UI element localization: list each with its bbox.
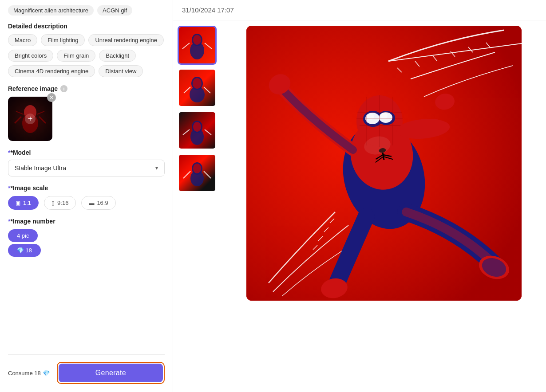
model-select-value: Stable Image Ultra [15,165,66,172]
pic-count-label: 4 pic [17,232,29,239]
generate-button-wrapper: Generate [57,362,165,384]
svg-line-24 [183,171,190,178]
chevron-down-icon: ▾ [155,165,158,171]
timestamp-text: 31/10/2024 17:07 [182,6,234,14]
scale-option-16-9[interactable]: ▬ 16:9 [81,196,115,210]
content-area [173,20,546,392]
reference-image-section: Reference image i + ✕ [8,85,165,141]
remove-reference-button[interactable]: ✕ [47,93,56,102]
detail-tag-backlight[interactable]: Backlight [99,50,136,62]
detail-tags-container: Macro Film lighting Unreal rendering eng… [8,34,165,77]
image-scale-section: **Image scale ▣ 1:1 ▯ 9:16 ▬ 16:9 [8,184,165,210]
generate-button[interactable]: Generate [59,364,163,382]
svg-line-20 [205,129,211,135]
svg-line-14 [184,87,190,93]
timestamp-bar: 31/10/2024 17:07 [173,0,546,20]
reference-image-box: + [8,97,52,141]
info-icon[interactable]: i [60,85,67,92]
detail-tag-distant-view[interactable]: Distant view [99,65,143,77]
detail-tag-bright-colors[interactable]: Bright colors [8,50,53,62]
svg-line-10 [205,43,212,49]
svg-point-23 [193,164,201,173]
scale-option-9-16[interactable]: ▯ 9:16 [44,196,76,210]
pic-options-container: 4 pic 💎 18 [8,229,165,257]
top-tags-container: Magnificent alien architecture ACGN gif [8,5,165,16]
model-section: **Model Stable Image Ultra ▾ [8,149,165,176]
reference-image-label: Reference image i [8,85,165,92]
svg-line-2 [15,117,21,123]
bottom-bar: Consume 18 💎 Generate [8,354,165,384]
detail-tag-cinema4d[interactable]: Cinema 4D rendering engine [8,65,95,77]
svg-line-9 [182,43,190,49]
scale-options-container: ▣ 1:1 ▯ 9:16 ▬ 16:9 [8,196,165,210]
consume-text: Consume 18 💎 [8,370,50,376]
thumb-spider-1 [182,27,213,63]
left-panel: Magnificent alien architecture ACGN gif … [0,0,173,392]
main-image-container[interactable] [246,26,522,301]
landscape-icon: ▬ [89,200,94,206]
portrait-icon: ▯ [51,200,55,206]
pic-credits-label: 💎 18 [17,247,32,254]
add-reference-icon: + [25,114,36,124]
svg-line-3 [39,117,46,123]
top-tag-1[interactable]: Magnificent alien architecture [8,5,94,16]
main-image-area [222,20,546,392]
reference-image-thumb[interactable]: + ✕ [8,97,52,141]
scale-label-1-1: 1:1 [23,200,31,206]
svg-point-52 [380,113,388,119]
consume-label: Consume 18 [8,370,41,376]
svg-line-15 [204,87,210,93]
consume-diamond-icon: 💎 [43,370,50,376]
image-scale-label: **Image scale [8,184,165,192]
scale-option-1-1[interactable]: ▣ 1:1 [8,196,39,210]
pic-option-4[interactable]: 4 pic [8,229,38,242]
detailed-description-label: Detailed description [8,23,165,30]
detail-tag-film-lighting[interactable]: Film lighting [41,34,85,46]
svg-line-19 [183,129,190,135]
image-number-label: **Image number [8,218,165,225]
image-number-section: **Image number 4 pic 💎 18 [8,218,165,257]
svg-line-25 [204,171,211,178]
square-icon: ▣ [16,200,20,206]
thumbnail-1[interactable] [178,26,217,65]
svg-line-4 [16,111,24,114]
scale-label-9-16: 9:16 [57,200,68,206]
svg-point-13 [193,78,202,89]
svg-point-8 [193,35,201,45]
thumb-spider-3 [182,113,213,148]
pic-option-credits[interactable]: 💎 18 [8,244,41,257]
thumbnail-4[interactable] [178,153,217,192]
thumbnail-3[interactable] [178,111,217,150]
detail-tag-macro[interactable]: Macro [8,34,37,46]
thumbnail-2[interactable] [178,68,217,107]
detail-tag-unreal[interactable]: Unreal rendering engine [88,34,163,46]
main-spiderman-svg [246,26,522,301]
svg-point-12 [190,86,205,102]
right-panel: 31/10/2024 17:07 [173,0,546,392]
svg-line-5 [37,111,44,114]
svg-point-18 [193,122,201,132]
thumb-spider-2 [182,70,213,106]
model-select-dropdown[interactable]: Stable Image Ultra ▾ [8,160,165,176]
thumb-spider-4 [182,155,213,191]
model-label: **Model [8,149,165,156]
thumbnails-column [173,20,222,392]
top-tag-2[interactable]: ACGN gif [97,5,132,16]
scale-label-16-9: 16:9 [97,200,108,206]
detail-tag-film-grain[interactable]: Film grain [57,50,95,62]
